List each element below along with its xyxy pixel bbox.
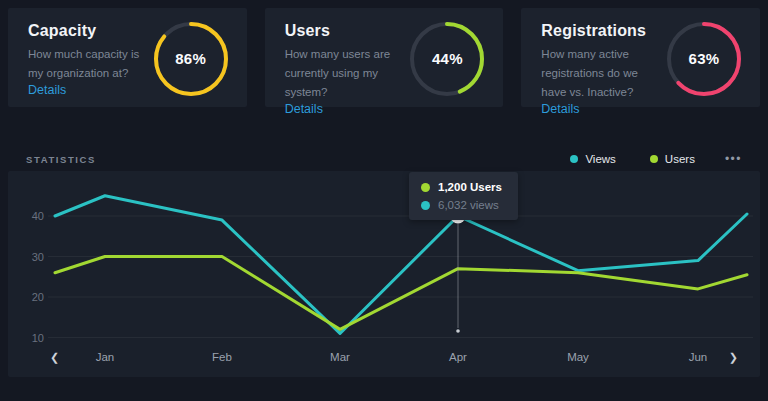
statistics-chart-panel: 40302010JanFebMarAprMayJun 1,200 Users 6… <box>8 171 760 377</box>
y-axis-label: 40 <box>32 210 44 222</box>
users-card-text: Users How many users are currently using… <box>285 22 408 95</box>
tooltip-views-value: 6,032 views <box>438 199 499 211</box>
tooltip-row-users: 1,200 Users <box>421 181 502 193</box>
x-axis-label: Mar <box>330 351 350 363</box>
legend-item-views[interactable]: Views <box>570 153 615 165</box>
statistics-line-chart[interactable]: 40302010JanFebMarAprMayJun <box>8 171 760 377</box>
highlight-drop-dot <box>456 329 460 333</box>
registrations-details-link[interactable]: Details <box>541 102 664 116</box>
views-legend-dot-icon <box>570 155 578 163</box>
registrations-card-text: Registrations How many active registrati… <box>541 22 664 95</box>
capacity-card: Capacity How much capacity is my organiz… <box>8 8 247 107</box>
x-axis-label: Jun <box>689 351 708 363</box>
summary-cards: Capacity How much capacity is my organiz… <box>0 0 768 107</box>
legend-item-users[interactable]: Users <box>650 153 695 165</box>
capacity-details-link[interactable]: Details <box>28 83 151 97</box>
y-axis-label: 30 <box>32 251 44 263</box>
statistics-header: STATISTICS Views Users ••• <box>8 107 760 171</box>
registrations-percent: 63% <box>664 19 744 99</box>
y-axis-label: 10 <box>32 332 44 344</box>
users-dot-icon <box>421 183 430 192</box>
x-axis-label: Jan <box>96 351 115 363</box>
statistics-title: STATISTICS <box>26 154 96 165</box>
card-description: How many users are currently using my sy… <box>285 45 408 102</box>
chart-prev-button[interactable]: ❮ <box>44 349 65 366</box>
capacity-card-text: Capacity How much capacity is my organiz… <box>28 22 151 95</box>
registrations-card: Registrations How many active registrati… <box>521 8 760 107</box>
x-axis-label: Feb <box>212 351 232 363</box>
card-description: How many active registrations do we have… <box>541 45 664 102</box>
ellipsis-menu-icon[interactable]: ••• <box>725 153 742 165</box>
chart-next-button[interactable]: ❯ <box>723 349 744 366</box>
card-title: Users <box>285 22 408 40</box>
legend-label: Views <box>585 153 615 165</box>
x-axis-label: Apr <box>449 351 467 363</box>
chart-tooltip: 1,200 Users 6,032 views <box>409 172 518 220</box>
users-percent: 44% <box>407 19 487 99</box>
capacity-percent: 86% <box>151 19 231 99</box>
users-donut-gauge: 44% <box>407 19 487 99</box>
card-description: How much capacity is my organization at? <box>28 45 151 83</box>
y-axis-label: 20 <box>32 291 44 303</box>
tooltip-row-views: 6,032 views <box>421 199 502 211</box>
x-axis-label: May <box>567 351 589 363</box>
card-title: Capacity <box>28 22 151 40</box>
users-card: Users How many users are currently using… <box>265 8 504 107</box>
card-title: Registrations <box>541 22 664 40</box>
views-dot-icon <box>421 201 430 210</box>
users-legend-dot-icon <box>650 155 658 163</box>
dashboard: Capacity How much capacity is my organiz… <box>0 0 768 377</box>
legend-label: Users <box>665 153 695 165</box>
capacity-donut-gauge: 86% <box>151 19 231 99</box>
users-details-link[interactable]: Details <box>285 102 408 116</box>
chart-legend: Views Users ••• <box>536 153 742 165</box>
tooltip-users-value: 1,200 Users <box>438 181 502 193</box>
registrations-donut-gauge: 63% <box>664 19 744 99</box>
series-line-users <box>55 257 747 330</box>
